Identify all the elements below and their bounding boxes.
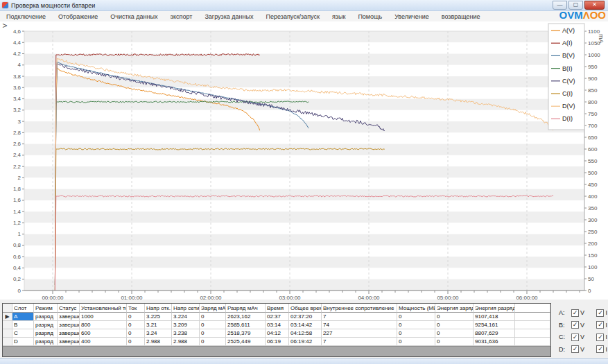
cell-C-3[interactable]: 600: [80, 329, 127, 338]
column-header-10[interactable]: Время: [266, 304, 289, 313]
slot-cell-D[interactable]: D: [12, 338, 34, 346]
column-header-15[interactable]: Энергия разряда: [474, 304, 515, 313]
menu-item-7[interactable]: язык: [326, 13, 351, 20]
cell-C-6[interactable]: 3.238: [172, 329, 200, 338]
cell-D-1[interactable]: разряд: [34, 338, 58, 346]
cell-B-4[interactable]: 0: [127, 321, 145, 329]
row-selector-D[interactable]: [3, 338, 12, 346]
cell-B-2[interactable]: заверше...: [58, 321, 80, 329]
column-header-14[interactable]: Энергия заряда: [435, 304, 474, 313]
menu-item-5[interactable]: Загрузка данных: [198, 13, 259, 20]
column-header-6[interactable]: Напр отк.: [145, 304, 172, 313]
menu-item-1[interactable]: Подключение: [0, 13, 52, 20]
cell-A-1[interactable]: разряд: [34, 313, 58, 321]
checkbox-b-i[interactable]: ✓: [596, 321, 604, 329]
menu-item-4[interactable]: экспорт: [164, 13, 198, 20]
cell-B-13[interactable]: 0: [435, 321, 474, 329]
cell-B-11[interactable]: 74: [322, 321, 397, 329]
cell-D-14[interactable]: 9031,636: [474, 338, 515, 346]
cell-C-5[interactable]: 3.24: [145, 329, 172, 338]
cell-D-11[interactable]: 7: [322, 338, 397, 346]
column-header-13[interactable]: Мощность (МВт) -: [397, 304, 435, 313]
cell-A-2[interactable]: заверше...: [58, 313, 80, 321]
column-header-3[interactable]: Статус: [58, 304, 80, 313]
cell-D-13[interactable]: 0: [435, 338, 474, 346]
cell-D-12[interactable]: 0: [397, 338, 435, 346]
cell-D-7[interactable]: 0: [200, 338, 226, 346]
column-header-8[interactable]: Заряд мАч: [200, 304, 226, 313]
cell-D-6[interactable]: 2.988: [172, 338, 200, 346]
menu-item-6[interactable]: Перезапуск/запуск: [259, 13, 325, 20]
cell-C-13[interactable]: 0: [435, 329, 474, 338]
column-header-11[interactable]: Общее время: [289, 304, 322, 313]
menu-item-3[interactable]: Очистка данных: [104, 13, 164, 20]
cell-A-9[interactable]: 02:37: [266, 313, 289, 321]
menu-item-9[interactable]: Увеличение: [388, 13, 435, 20]
slot-cell-C[interactable]: C: [12, 329, 34, 338]
column-header-5[interactable]: Ток: [127, 304, 145, 313]
checkbox-c-i[interactable]: ✓: [596, 333, 604, 341]
cell-C-14[interactable]: 8807,629: [474, 329, 515, 338]
table-row-D[interactable]: Dразрядзаверше...40002.9882.98802525,449…: [3, 338, 550, 346]
column-header-1[interactable]: Слот: [12, 304, 34, 313]
cell-A-5[interactable]: 3.225: [145, 313, 172, 321]
title-bar[interactable]: Проверка мощности батареи: [0, 0, 608, 11]
cell-A-12[interactable]: 0: [397, 313, 435, 321]
cell-C-10[interactable]: 04:12:58: [289, 329, 322, 338]
cell-B-6[interactable]: 3.209: [172, 321, 200, 329]
cell-D-9[interactable]: 06:19: [266, 338, 289, 346]
row-selector-A[interactable]: ▶: [3, 313, 12, 321]
column-header-7[interactable]: Напр сети: [172, 304, 200, 313]
cell-C-7[interactable]: 0: [200, 329, 226, 338]
cell-D-5[interactable]: 2.988: [145, 338, 172, 346]
slot-cell-B[interactable]: B: [12, 321, 34, 329]
cell-C-12[interactable]: 0: [397, 329, 435, 338]
row-selector-B[interactable]: [3, 321, 12, 329]
row-selector-C[interactable]: [3, 329, 12, 338]
column-header-9[interactable]: Разряд мАч: [226, 304, 266, 313]
cell-D-2[interactable]: заверше...: [58, 338, 80, 346]
column-header-2[interactable]: Режим: [34, 304, 58, 313]
cell-A-8[interactable]: 2623,162: [226, 313, 266, 321]
cell-A-14[interactable]: 9107,418: [474, 313, 515, 321]
checkbox-d-v[interactable]: ✓: [571, 345, 579, 353]
cell-D-8[interactable]: 2525,449: [226, 338, 266, 346]
column-header-12[interactable]: Внутреннее сопротивление: [322, 304, 397, 313]
checkbox-b-v[interactable]: ✓: [571, 321, 579, 329]
cell-C-8[interactable]: 2518,379: [226, 329, 266, 338]
cell-C-1[interactable]: разряд: [34, 329, 58, 338]
cell-B-8[interactable]: 2585,611: [226, 321, 266, 329]
table-row-A[interactable]: ▶Aразрядзаверше...100003.2253.22402623,1…: [3, 313, 550, 321]
cell-B-14[interactable]: 9254,161: [474, 321, 515, 329]
menu-item-8[interactable]: Помощь: [351, 13, 388, 20]
cell-C-11[interactable]: 227: [322, 329, 397, 338]
cell-B-3[interactable]: 800: [80, 321, 127, 329]
column-header-4[interactable]: Установленный ток: [80, 304, 127, 313]
cell-D-3[interactable]: 400: [80, 338, 127, 346]
cell-C-9[interactable]: 04:12: [266, 329, 289, 338]
results-table[interactable]: СлотРежимСтатусУстановленный токТокНапр …: [2, 303, 551, 357]
checkbox-c-v[interactable]: ✓: [571, 333, 579, 341]
cell-C-2[interactable]: заверше...: [58, 329, 80, 338]
cell-D-4[interactable]: 0: [127, 338, 145, 346]
cell-B-9[interactable]: 03:14: [266, 321, 289, 329]
checkbox-a-i[interactable]: ✓: [596, 309, 604, 317]
cell-B-7[interactable]: 0: [200, 321, 226, 329]
table-row-B[interactable]: Bразрядзаверше...80003.213.20902585,6110…: [3, 321, 550, 329]
cell-A-4[interactable]: 0: [127, 313, 145, 321]
cell-A-13[interactable]: 0: [435, 313, 474, 321]
menu-item-10[interactable]: возвращение: [435, 13, 487, 20]
menu-item-2[interactable]: Отображение: [52, 13, 104, 20]
cell-B-12[interactable]: 0: [397, 321, 435, 329]
checkbox-d-i[interactable]: ✓: [596, 345, 604, 353]
slot-cell-A[interactable]: A: [12, 313, 34, 321]
cell-B-5[interactable]: 3.21: [145, 321, 172, 329]
checkbox-a-v[interactable]: ✓: [571, 309, 579, 317]
cell-A-3[interactable]: 1000: [80, 313, 127, 321]
table-horizontal-scrollbar[interactable]: [3, 346, 550, 356]
cell-A-6[interactable]: 3.224: [172, 313, 200, 321]
cell-A-10[interactable]: 02:37:20: [289, 313, 322, 321]
cell-C-4[interactable]: 0: [127, 329, 145, 338]
cell-A-7[interactable]: 0: [200, 313, 226, 321]
table-row-C[interactable]: Cразрядзаверше...60003.243.23802518,3790…: [3, 329, 550, 338]
